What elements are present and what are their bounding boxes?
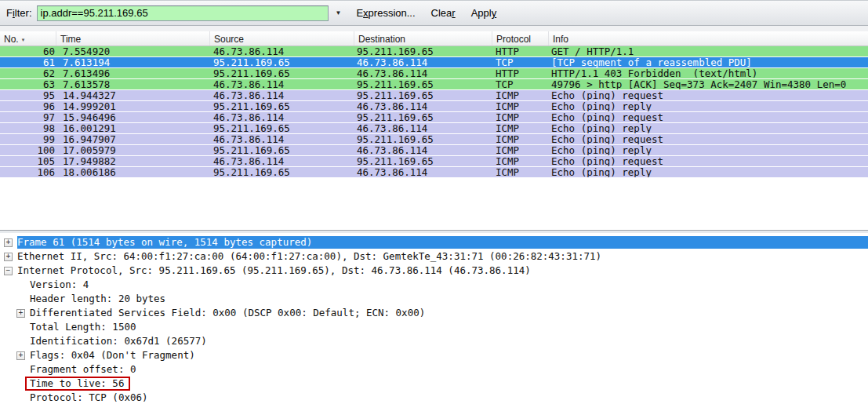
detail-row[interactable]: Fragment offset: 0: [0, 362, 868, 377]
column-header-info[interactable]: Info: [549, 31, 868, 45]
cell-no: 60: [0, 46, 55, 56]
cell-info: Echo (ping) request: [551, 90, 868, 100]
cell-destination: 46.73.86.114: [357, 123, 427, 133]
detail-text: Ethernet II, Src: 64:00:f1:27:ca:00 (64:…: [17, 250, 601, 263]
cell-destination: 46.73.86.114: [357, 145, 427, 155]
cell-time: 14.999201: [63, 101, 116, 111]
cell-source: 95.211.169.65: [213, 145, 290, 155]
detail-row[interactable]: Identification: 0x67d1 (26577): [0, 334, 868, 348]
apply-button[interactable]: Apply: [467, 4, 502, 22]
cell-time: 17.949882: [63, 156, 116, 166]
cell-info: Echo (ping) request: [551, 134, 868, 144]
cell-source: 46.73.86.114: [213, 90, 284, 100]
cell-destination: 95.211.169.65: [357, 112, 434, 122]
packet-row[interactable]: 62 7.613496 95.211.169.65 46.73.86.114 H…: [0, 68, 868, 79]
expression-button[interactable]: Expression...: [351, 4, 419, 22]
cell-info: Echo (ping) reply: [551, 167, 868, 177]
detail-row[interactable]: + Differentiated Services Field: 0x00 (D…: [0, 306, 868, 320]
detail-row[interactable]: + Flags: 0x04 (Don't Fragment): [0, 348, 868, 362]
detail-text: Flags: 0x04 (Don't Fragment): [30, 349, 195, 362]
cell-time: 14.944327: [63, 90, 116, 100]
packet-row[interactable]: 97 15.946496 46.73.86.114 95.211.169.65 …: [0, 112, 868, 123]
cell-info: HTTP/1.1 403 Forbidden (text/html): [551, 68, 868, 78]
cell-source: 46.73.86.114: [213, 79, 284, 89]
cell-protocol: TCP: [496, 79, 514, 89]
cell-time: 16.947907: [63, 134, 116, 144]
packet-row[interactable]: 105 17.949882 46.73.86.114 95.211.169.65…: [0, 156, 868, 167]
expander-icon[interactable]: +: [4, 238, 13, 247]
column-header-source[interactable]: Source: [210, 31, 354, 45]
cell-info: [TCP segment of a reassembled PDU]: [551, 57, 868, 67]
cell-destination: 95.211.169.65: [357, 134, 434, 144]
filter-dropdown-button[interactable]: ▼: [332, 6, 346, 20]
cell-destination: 95.211.169.65: [357, 46, 434, 56]
column-header-protocol[interactable]: Protocol: [492, 31, 549, 45]
packet-list-header: No. ▾ Time Source Destination Protocol I…: [0, 31, 868, 46]
cell-time: 7.613578: [63, 79, 110, 89]
detail-row[interactable]: Total Length: 1500: [0, 320, 868, 334]
column-header-destination[interactable]: Destination: [354, 31, 492, 45]
cell-no: 97: [0, 112, 55, 122]
cell-destination: 95.211.169.65: [357, 79, 434, 89]
cell-info: Echo (ping) request: [551, 156, 868, 166]
cell-time: 15.946496: [63, 112, 116, 122]
packet-row[interactable]: 60 7.554920 46.73.86.114 95.211.169.65 H…: [0, 46, 868, 57]
cell-protocol: ICMP: [496, 90, 519, 100]
cell-destination: 95.211.169.65: [357, 156, 434, 166]
detail-text: Fragment offset: 0: [30, 363, 136, 376]
cell-source: 46.73.86.114: [213, 156, 284, 166]
cell-no: 95: [0, 90, 55, 100]
detail-row[interactable]: + Frame 61 (1514 bytes on wire, 1514 byt…: [0, 235, 868, 249]
detail-text: Time to live: 56: [25, 377, 130, 391]
cell-info: Echo (ping) request: [551, 112, 868, 122]
toolbar-gap: [0, 26, 868, 31]
packet-row[interactable]: 106 18.006186 95.211.169.65 46.73.86.114…: [0, 167, 868, 178]
detail-text: Protocol: TCP (0x06): [30, 391, 148, 404]
detail-row[interactable]: Time to live: 56: [0, 377, 868, 391]
packet-row[interactable]: 100 17.005979 95.211.169.65 46.73.86.114…: [0, 145, 868, 156]
cell-protocol: ICMP: [496, 145, 519, 155]
cell-info: GET / HTTP/1.1: [551, 46, 868, 56]
detail-row[interactable]: Protocol: TCP (0x06): [0, 391, 868, 404]
packet-row[interactable]: 61 7.613194 95.211.169.65 46.73.86.114 T…: [0, 57, 868, 68]
packet-row[interactable]: 98 16.001291 95.211.169.65 46.73.86.114 …: [0, 123, 868, 134]
cell-protocol: ICMP: [496, 134, 519, 144]
cell-no: 99: [0, 134, 55, 144]
column-header-time[interactable]: Time: [56, 31, 210, 45]
expander-icon[interactable]: +: [16, 351, 25, 360]
cell-protocol: ICMP: [496, 112, 519, 122]
packet-row[interactable]: 63 7.613578 46.73.86.114 95.211.169.65 T…: [0, 79, 868, 90]
detail-text: Version: 4: [30, 278, 89, 291]
cell-info: Echo (ping) reply: [551, 123, 868, 133]
cell-no: 106: [0, 167, 55, 177]
detail-text: Identification: 0x67d1 (26577): [30, 335, 207, 348]
cell-info: Echo (ping) reply: [551, 101, 868, 111]
detail-row[interactable]: Header length: 20 bytes: [0, 292, 868, 306]
detail-text: Frame 61 (1514 bytes on wire, 1514 bytes…: [17, 236, 868, 249]
expander-icon[interactable]: −: [4, 267, 13, 275]
packet-detail-pane: + Frame 61 (1514 bytes on wire, 1514 byt…: [0, 234, 868, 404]
cell-protocol: ICMP: [496, 123, 519, 133]
detail-row[interactable]: − Internet Protocol, Src: 95.211.169.65 …: [0, 264, 868, 278]
expander-icon[interactable]: +: [16, 309, 25, 318]
expander-icon[interactable]: +: [4, 253, 13, 261]
cell-protocol: ICMP: [496, 167, 519, 177]
cell-source: 95.211.169.65: [213, 123, 290, 133]
cell-no: 61: [0, 57, 55, 67]
detail-row[interactable]: + Ethernet II, Src: 64:00:f1:27:ca:00 (6…: [0, 249, 868, 264]
column-header-no[interactable]: No. ▾: [0, 31, 56, 45]
packet-row[interactable]: 96 14.999201 95.211.169.65 46.73.86.114 …: [0, 101, 868, 112]
filter-input[interactable]: [37, 5, 329, 21]
packet-row[interactable]: 99 16.947907 46.73.86.114 95.211.169.65 …: [0, 134, 868, 145]
clear-button[interactable]: Clear: [427, 4, 460, 22]
cell-no: 105: [0, 156, 55, 166]
packet-row[interactable]: 95 14.944327 46.73.86.114 95.211.169.65 …: [0, 90, 868, 101]
cell-destination: 46.73.86.114: [357, 68, 427, 78]
cell-protocol: ICMP: [496, 101, 519, 111]
detail-row[interactable]: Version: 4: [0, 278, 868, 292]
cell-protocol: TCP: [496, 57, 514, 67]
cell-source: 95.211.169.65: [213, 101, 290, 111]
cell-destination: 95.211.169.65: [357, 90, 434, 100]
cell-time: 7.554920: [63, 46, 110, 56]
cell-no: 62: [0, 68, 55, 78]
